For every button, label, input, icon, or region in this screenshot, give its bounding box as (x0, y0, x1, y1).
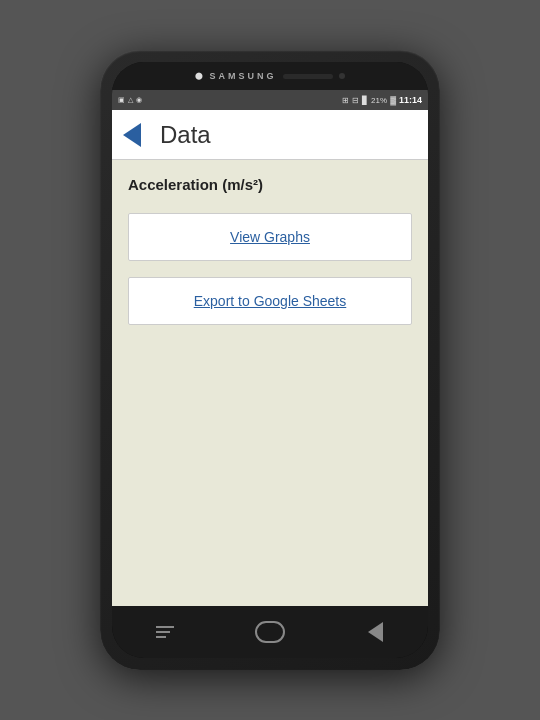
app-header: Data (112, 110, 428, 160)
view-graphs-link[interactable]: View Graphs (230, 229, 310, 245)
status-network: ⊟ (352, 96, 359, 105)
app-content: Acceleration (m/s²) View Graphs Export t… (112, 160, 428, 606)
status-left: ▣ △ ◉ (118, 96, 142, 104)
home-nav-button[interactable] (255, 617, 285, 647)
status-icon-2: △ (128, 96, 133, 104)
export-button[interactable]: Export to Google Sheets (128, 277, 412, 325)
back-nav-button[interactable] (360, 617, 390, 647)
phone-top-bar: ⬤ SAMSUNG (112, 62, 428, 90)
phone-body: ⬤ SAMSUNG ▣ △ ◉ ⊞ ⊟ ▊ 21% ▓ 11:1 (112, 62, 428, 658)
back-button[interactable] (112, 110, 152, 160)
status-battery-pct: 21% (371, 96, 387, 105)
menu-nav-button[interactable] (150, 617, 180, 647)
camera (339, 73, 345, 79)
home-icon (255, 621, 285, 643)
status-wifi: ⊞ (342, 96, 349, 105)
menu-line-3 (156, 636, 166, 638)
status-icon-1: ▣ (118, 96, 125, 104)
view-graphs-button[interactable]: View Graphs (128, 213, 412, 261)
section-label: Acceleration (m/s²) (128, 176, 412, 193)
menu-line-2 (156, 631, 170, 633)
status-bar: ▣ △ ◉ ⊞ ⊟ ▊ 21% ▓ 11:14 (112, 90, 428, 110)
status-right: ⊞ ⊟ ▊ 21% ▓ 11:14 (342, 95, 422, 105)
phone-device: ⬤ SAMSUNG ▣ △ ◉ ⊞ ⊟ ▊ 21% ▓ 11:1 (100, 50, 440, 670)
screen: ▣ △ ◉ ⊞ ⊟ ▊ 21% ▓ 11:14 Data (112, 90, 428, 606)
phone-brand: SAMSUNG (209, 71, 276, 81)
battery-icon: ▓ (390, 96, 396, 105)
speaker-bar (283, 74, 333, 79)
phone-bottom-bar (112, 606, 428, 658)
page-title: Data (160, 121, 211, 149)
status-icon-3: ◉ (136, 96, 142, 104)
back-nav-icon (368, 622, 383, 642)
menu-icon (156, 626, 174, 638)
camera-dot: ⬤ (195, 72, 203, 80)
status-signal: ▊ (362, 96, 368, 105)
export-link[interactable]: Export to Google Sheets (194, 293, 347, 309)
back-chevron-icon (123, 123, 141, 147)
status-time: 11:14 (399, 95, 422, 105)
menu-line-1 (156, 626, 174, 628)
